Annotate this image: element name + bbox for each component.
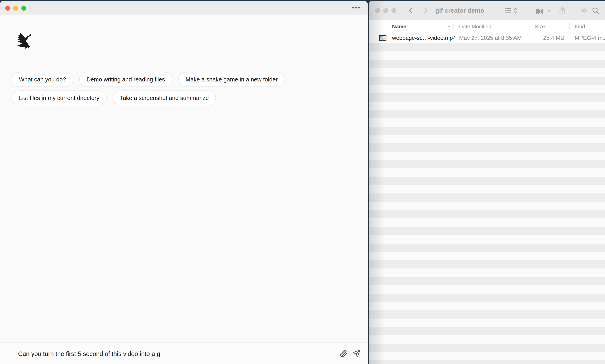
group-view-button[interactable]: [535, 7, 544, 15]
search-button[interactable]: [592, 7, 600, 15]
sort-stepper-icon: [513, 7, 518, 14]
column-header-name[interactable]: Name: [392, 20, 406, 33]
composer-actions: [340, 350, 361, 358]
file-date-modified: May 27, 2025 at 8:35 AM: [459, 33, 522, 43]
column-separator: [530, 22, 530, 30]
view-sort-stepper[interactable]: [513, 7, 518, 14]
window-controls: [5, 6, 26, 11]
column-header-row: Name Date Modified Size Kind: [369, 20, 605, 33]
video-file-icon: [379, 35, 386, 41]
suggestion-pills: What can you do? Demo writing and readin…: [12, 72, 285, 105]
zoom-button[interactable]: [21, 6, 26, 11]
file-row[interactable]: webpage-sc…-video.mp4 May 27, 2025 at 8:…: [369, 33, 605, 43]
back-icon: [407, 7, 415, 14]
overflow-chevrons-icon: [581, 7, 588, 14]
column-separator: [569, 22, 570, 30]
suggestion-demo-files[interactable]: Demo writing and reading files: [79, 72, 172, 87]
minimize-button[interactable]: [13, 6, 18, 11]
column-header-kind[interactable]: Kind: [575, 20, 585, 33]
toolbar-overflow-button[interactable]: [581, 7, 588, 14]
send-button[interactable]: [352, 350, 361, 358]
sort-ascending-icon: [447, 25, 451, 28]
file-name: webpage-sc…-video.mp4: [392, 33, 456, 43]
raven-logo: [15, 31, 35, 52]
more-menu-button[interactable]: [352, 1, 360, 14]
file-size: 25.4 MB: [528, 33, 564, 43]
search-icon: [592, 7, 600, 15]
close-button[interactable]: [5, 6, 10, 11]
back-button[interactable]: [407, 7, 415, 14]
file-kind: MPEG-4 movie: [575, 33, 605, 43]
message-input-text: Can you turn the first 5 second of this …: [18, 350, 161, 357]
minimize-button[interactable]: [383, 8, 388, 13]
column-header-size[interactable]: Size: [535, 20, 545, 33]
paperclip-icon: [340, 350, 348, 357]
column-separator: [454, 22, 454, 30]
suggestion-what-can-you-do[interactable]: What can you do?: [12, 72, 73, 87]
pill-row-1: What can you do? Demo writing and readin…: [12, 72, 285, 87]
message-input[interactable]: Can you turn the first 5 second of this …: [8, 342, 161, 364]
assistant-titlebar: [0, 1, 368, 14]
finder-window: gif creator demo: [369, 1, 605, 364]
zoom-button[interactable]: [391, 8, 396, 13]
send-icon: [352, 350, 361, 358]
suggestion-screenshot-summarize[interactable]: Take a screenshot and summarize: [113, 91, 216, 105]
list-view-icon: [505, 7, 512, 14]
share-icon: [559, 6, 566, 15]
file-list-empty-area: [369, 43, 605, 364]
close-button[interactable]: [375, 8, 380, 13]
suggestion-snake-game[interactable]: Make a snake game in a new folder: [178, 72, 285, 87]
text-caret: [161, 349, 161, 358]
finder-window-controls: [375, 8, 396, 13]
list-view-button[interactable]: [505, 7, 512, 14]
pill-row-2: List files in my current directory Take …: [12, 91, 285, 105]
attach-button[interactable]: [340, 350, 348, 357]
column-header-date-modified[interactable]: Date Modified: [459, 20, 491, 33]
suggestion-list-files[interactable]: List files in my current directory: [12, 91, 107, 105]
chevron-down-icon: [546, 8, 551, 13]
forward-button[interactable]: [422, 7, 429, 14]
share-button[interactable]: [559, 6, 566, 15]
forward-icon: [422, 7, 429, 14]
finder-toolbar: gif creator demo: [369, 1, 605, 20]
group-view-icon: [535, 7, 544, 15]
group-menu-button[interactable]: [546, 8, 551, 13]
assistant-window: What can you do? Demo writing and readin…: [0, 1, 368, 364]
finder-window-title: gif creator demo: [435, 1, 484, 20]
message-composer: Can you turn the first 5 second of this …: [0, 342, 368, 364]
more-icon: [352, 7, 354, 8]
